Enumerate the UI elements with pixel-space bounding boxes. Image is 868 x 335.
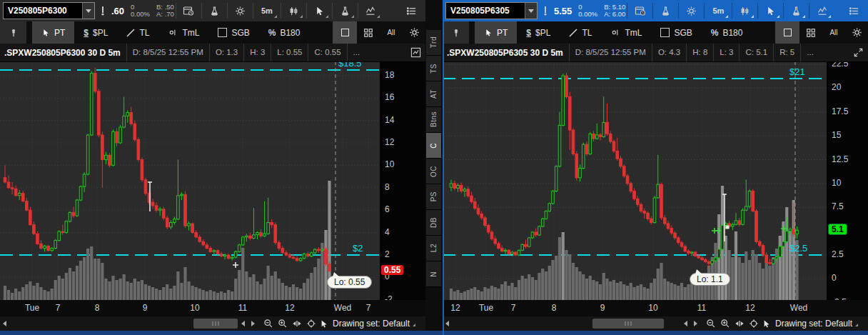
gadget-tab-ps[interactable]: PS — [426, 184, 441, 210]
calendar-events-button[interactable] — [629, 1, 651, 21]
analyze-flask-button[interactable] — [203, 1, 226, 21]
symbol-dropdown-button[interactable] — [525, 3, 537, 19]
bid-ask-stack: B: .50 A: .70 — [156, 4, 174, 18]
studies-flask-button[interactable] — [334, 1, 356, 21]
chart-area[interactable]: $21$2.5 22.52017.51512.5107.52.50-2.5 5.… — [443, 61, 868, 300]
zoom-out-icon[interactable] — [705, 318, 717, 329]
symbol-dropdown-button[interactable] — [82, 3, 94, 19]
tool-tml[interactable]: TmL — [158, 21, 208, 44]
scrollbar-grip-icon — [625, 321, 632, 326]
tool-tml[interactable]: TmL — [601, 21, 651, 44]
price-plot[interactable]: $18.5$2 — [0, 61, 380, 300]
gadget-tab-n[interactable]: N — [426, 261, 441, 287]
gadget-tab-at[interactable]: AT — [426, 81, 441, 107]
settings-gear-button[interactable] — [680, 1, 702, 21]
gadget-tab-db[interactable]: DB — [426, 210, 441, 236]
chart-settings-button[interactable] — [403, 23, 425, 43]
ohlc-fields: D: 8/5/25 12:55 PMO: 1.3H: 3L: 0.55C: 0.… — [126, 44, 365, 61]
chart-area[interactable]: $18.5$2 181614121086420-2 0.55 Lo: 0.55 — [0, 61, 425, 300]
crosshair-target-icon[interactable] — [306, 318, 317, 329]
gadget-tab-ts[interactable]: TS — [426, 56, 441, 81]
crosshair-target-icon[interactable] — [748, 318, 760, 329]
gadget-tab-btns[interactable]: Btns — [426, 107, 441, 133]
grid-layout-button[interactable] — [799, 23, 822, 43]
gadget-tab-oc[interactable]: OC — [426, 159, 441, 184]
tool-b180[interactable]: % B180 — [259, 21, 310, 44]
gadget-tab-label: OC — [430, 166, 438, 177]
zoom-in-icon[interactable] — [277, 318, 288, 329]
price-axis[interactable]: 22.52017.51512.5107.52.50-2.5 — [827, 61, 868, 300]
tool-tl[interactable]: TL — [117, 21, 158, 44]
timeframe-button[interactable]: 5m — [255, 1, 279, 21]
scrollbar-thumb[interactable] — [592, 319, 664, 329]
zoom-in-icon[interactable] — [720, 318, 731, 329]
studies-flask-button[interactable] — [785, 1, 807, 21]
gadget-tab-c[interactable]: C — [426, 133, 441, 159]
cursor-tool-button[interactable] — [760, 1, 782, 21]
tool-pt[interactable]: PT — [475, 21, 517, 44]
symbol-input-group[interactable]: V250805P6300 — [3, 2, 95, 19]
header-action-icon[interactable] — [410, 47, 421, 58]
scroll-right-icon[interactable] — [694, 321, 697, 326]
symbol-input[interactable]: V250805P6305 — [446, 6, 525, 16]
scroll-left-edge-icon[interactable] — [3, 321, 6, 326]
expand-width-icon[interactable] — [291, 318, 303, 329]
tool-tl[interactable]: TL — [560, 21, 601, 44]
single-chart-button[interactable] — [775, 21, 799, 44]
analyze-flask-button[interactable] — [655, 1, 677, 21]
tool-sgb[interactable]: SGB — [651, 21, 701, 44]
x-axis-tick: Wed — [334, 300, 351, 316]
level-label: $18.5 — [338, 61, 362, 69]
tool-spl[interactable]: $ $PL — [74, 21, 117, 44]
scroll-left-icon[interactable] — [241, 321, 245, 326]
pointer-icon[interactable] — [760, 318, 772, 329]
tool-spl[interactable]: $ $PL — [517, 21, 560, 44]
scroll-right-icon[interactable] — [251, 321, 255, 326]
drawing-set-label[interactable]: Drawing set: Default — [775, 316, 858, 331]
price-axis[interactable]: 181614121086420-2 — [380, 61, 425, 300]
tool-b180-label: B180 — [722, 28, 742, 38]
drawing-set-label[interactable]: Drawing set: Default — [333, 316, 415, 331]
timeframe-button[interactable]: 5m — [706, 1, 730, 21]
gadget-tab-l2[interactable]: L2 — [426, 236, 441, 261]
header-action-icon[interactable] — [853, 47, 864, 58]
symbol-input[interactable]: V250805P6300 — [4, 6, 82, 16]
tool-sgb[interactable]: SGB — [208, 21, 258, 44]
gadget-tab-trd[interactable]: Trd — [426, 30, 441, 56]
scrollbar-thumb[interactable] — [193, 319, 238, 329]
all-charts-button[interactable]: All — [379, 23, 403, 43]
chart-settings-button[interactable] — [846, 23, 868, 43]
pin-button[interactable] — [443, 21, 469, 44]
tool-pt[interactable]: PT — [32, 21, 74, 44]
y-axis-tick: 20 — [832, 82, 841, 92]
scroll-left-edge-icon[interactable] — [445, 321, 449, 326]
time-axis[interactable]: Tue789101112Wed7 — [0, 300, 425, 316]
pointer-icon[interactable] — [318, 318, 329, 329]
chart-style-button[interactable] — [734, 1, 756, 21]
price-plot[interactable]: $21$2.5 — [443, 61, 827, 300]
scroll-left-icon[interactable] — [684, 321, 687, 326]
single-chart-button[interactable] — [333, 21, 357, 44]
all-charts-button[interactable]: All — [822, 23, 846, 43]
grid-layout-button[interactable] — [357, 23, 379, 43]
symbol-link-icon[interactable] — [99, 5, 106, 16]
x-axis-tick: Wed — [790, 300, 807, 316]
expand-width-icon[interactable] — [734, 318, 745, 329]
menu-icon[interactable] — [843, 1, 865, 21]
cursor-tool-button[interactable] — [308, 1, 330, 21]
symbol-input-group[interactable]: V250805P6305 — [445, 2, 538, 19]
drawings-button[interactable] — [360, 1, 382, 21]
pin-button[interactable] — [0, 21, 26, 44]
drawings-button[interactable] — [811, 1, 833, 21]
percent-icon: % — [268, 28, 276, 38]
symbol-toolbar: V250805P6300 .60 0 0.00% B: .50 A: .70 5… — [0, 0, 425, 21]
zoom-out-icon[interactable] — [263, 318, 274, 329]
symbol-link-icon[interactable] — [542, 5, 549, 16]
square-icon — [784, 29, 792, 36]
chart-style-button[interactable] — [283, 1, 305, 21]
tool-b180[interactable]: % B180 — [702, 21, 752, 44]
menu-icon[interactable] — [400, 1, 423, 21]
settings-gear-button[interactable] — [229, 1, 251, 21]
time-axis[interactable]: 12Tue789101112Wed — [443, 300, 868, 316]
calendar-events-button[interactable] — [178, 1, 200, 21]
